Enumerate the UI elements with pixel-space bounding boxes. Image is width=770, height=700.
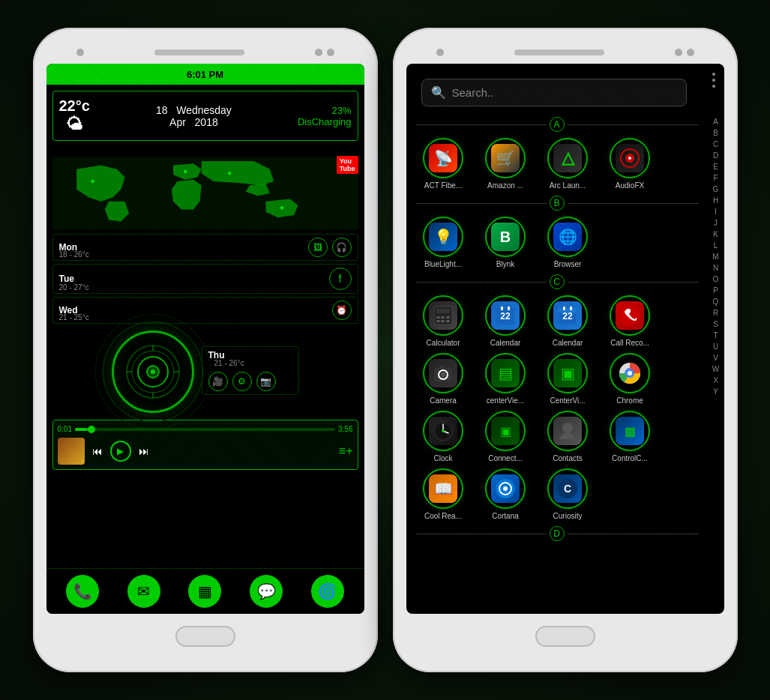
alpha-b[interactable]: B — [713, 128, 718, 139]
alpha-o[interactable]: O — [713, 274, 719, 285]
app-connect[interactable]: ▣ Connect... — [478, 411, 534, 462]
next-button[interactable]: ⏭ — [139, 445, 149, 457]
player-progress[interactable] — [75, 428, 335, 431]
alpha-c[interactable]: C — [713, 139, 718, 150]
dock-browser[interactable]: 🌀 — [311, 575, 344, 608]
app-cortana[interactable]: Cortana — [478, 468, 534, 520]
app-calendar2[interactable]: 22 Calendar — [540, 295, 596, 347]
divider-line-b1 — [415, 203, 547, 204]
alpha-x[interactable]: X — [713, 375, 718, 386]
day-row-tue: Tue 20 - 27°c f — [52, 264, 358, 294]
video-icon[interactable]: 🎥 — [208, 372, 228, 391]
alpha-t[interactable]: T — [713, 331, 718, 341]
home-button-left[interactable] — [175, 626, 235, 647]
status-bar: 6:01 PM — [46, 64, 364, 85]
alpha-f[interactable]: F — [713, 173, 718, 184]
day-icons-mon: 🖼 🎧 — [308, 238, 352, 257]
alpha-v[interactable]: V — [713, 353, 718, 363]
alpha-k[interactable]: K — [713, 229, 718, 240]
app-arc[interactable]: △ Arc Laun... — [540, 138, 596, 190]
add-to-playlist[interactable]: ≡+ — [339, 444, 353, 458]
search-bar[interactable]: 🔍 Search.. — [421, 79, 687, 106]
alpha-s[interactable]: S — [713, 319, 718, 330]
photo-icon[interactable]: 🖼 — [308, 238, 328, 257]
alpha-h[interactable]: H — [713, 196, 718, 206]
app-amazon[interactable]: 🛒 Amazon ... — [478, 138, 534, 190]
alpha-j[interactable]: J — [714, 218, 718, 229]
home-button-right[interactable] — [535, 626, 595, 647]
app-inner-cv1: ▤ — [491, 359, 520, 387]
alpha-q[interactable]: Q — [713, 297, 719, 307]
app-contacts[interactable]: Contacts — [540, 411, 596, 462]
app-calendar1[interactable]: 22 Calendar — [478, 295, 534, 347]
alpha-g[interactable]: G — [713, 184, 719, 195]
left-screen: 6:01 PM 22°c 🌤 18 Wednesday — [46, 64, 364, 614]
app-row-d — [409, 544, 705, 550]
dock-email[interactable]: ✉ — [127, 575, 160, 608]
alpha-y[interactable]: Y — [713, 387, 718, 397]
app-icon-contacts — [547, 411, 588, 451]
alpha-p[interactable]: P — [713, 286, 718, 296]
app-blynk[interactable]: B Blynk — [478, 217, 534, 268]
app-inner-actfiber: 📡 — [429, 144, 457, 172]
alarm-icon[interactable]: ⏰ — [332, 301, 352, 320]
dock-phone[interactable]: 📞 — [66, 575, 99, 608]
app-centerview2[interactable]: ▣ CenterVi... — [540, 353, 596, 405]
alpha-i[interactable]: I — [715, 207, 717, 217]
app-camera[interactable]: Camera — [415, 353, 472, 405]
app-coolreader[interactable]: 📖 Cool Rea... — [415, 468, 472, 520]
weather-icon: 🌤 — [66, 115, 82, 134]
more-menu-button[interactable] — [712, 73, 715, 88]
youtube-label: You — [340, 157, 352, 165]
dock-apps[interactable]: ▦ — [188, 575, 221, 608]
ring2 — [95, 314, 211, 429]
alpha-l[interactable]: L — [714, 241, 718, 251]
settings-icon[interactable]: ⚙ — [232, 372, 252, 391]
player-controls: ⏮ ▶ ⏭ ≡+ — [58, 438, 353, 465]
app-label-centerview1: centerVie... — [487, 396, 524, 405]
dock-messages[interactable]: 💬 — [250, 575, 283, 608]
alpha-e[interactable]: E — [713, 162, 718, 172]
prev-button[interactable]: ⏮ — [92, 445, 103, 457]
app-clock[interactable]: Clock — [415, 411, 472, 462]
alpha-a[interactable]: A — [713, 117, 718, 127]
app-calculator[interactable]: Calculator — [415, 295, 472, 347]
svg-rect-39 — [439, 366, 444, 369]
right-phone: 🔍 Search.. A — [393, 28, 738, 672]
section-b: B — [409, 193, 705, 214]
youtube-badge[interactable]: You Tube — [337, 156, 358, 174]
alpha-m[interactable]: M — [712, 252, 718, 262]
app-chrome[interactable]: Chrome — [602, 353, 658, 405]
svg-rect-24 — [446, 320, 450, 322]
search-placeholder: Search.. — [452, 86, 494, 99]
alpha-d[interactable]: D — [713, 151, 718, 161]
alpha-u[interactable]: U — [713, 342, 718, 352]
dock-bar: 📞 ✉ ▦ 💬 🌀 — [46, 568, 364, 614]
app-browser[interactable]: 🌐 Browser — [540, 217, 596, 268]
alpha-w[interactable]: W — [712, 364, 719, 375]
alpha-n[interactable]: N — [713, 263, 718, 274]
svg-rect-20 — [441, 316, 445, 319]
battery-percent: 23% — [298, 105, 352, 116]
camera2-icon[interactable]: 📷 — [256, 372, 276, 391]
app-curiosity[interactable]: C Curiosity — [540, 468, 596, 520]
app-bluelight[interactable]: 💡 BlueLight... — [415, 217, 472, 268]
app-centerview1[interactable]: ▤ centerVie... — [478, 353, 534, 405]
headphone-icon[interactable]: 🎧 — [332, 238, 352, 257]
app-inner-bluelight: 💡 — [429, 223, 457, 251]
svg-point-4 — [280, 206, 283, 209]
app-icon-amazon: 🛒 — [485, 138, 526, 178]
app-controlc[interactable]: ▩ ControlC... — [602, 411, 658, 462]
app-audiofx[interactable]: AudioFX — [602, 138, 658, 190]
dot1 — [712, 73, 715, 76]
app-row-c1: Calculator 22 — [409, 292, 705, 350]
month-year: Apr 2018 — [96, 116, 292, 128]
app-actfiber[interactable]: 📡 ACT Fibe... — [415, 138, 472, 190]
svg-point-3 — [228, 172, 231, 175]
facebook-icon[interactable]: f — [329, 268, 352, 290]
app-icon-centerview1: ▤ — [485, 353, 526, 393]
alpha-r[interactable]: R — [713, 308, 718, 319]
play-button[interactable]: ▶ — [110, 441, 131, 462]
app-callrecorder[interactable]: Call Reco... — [602, 295, 658, 347]
app-label-blynk: Blynk — [496, 260, 514, 268]
